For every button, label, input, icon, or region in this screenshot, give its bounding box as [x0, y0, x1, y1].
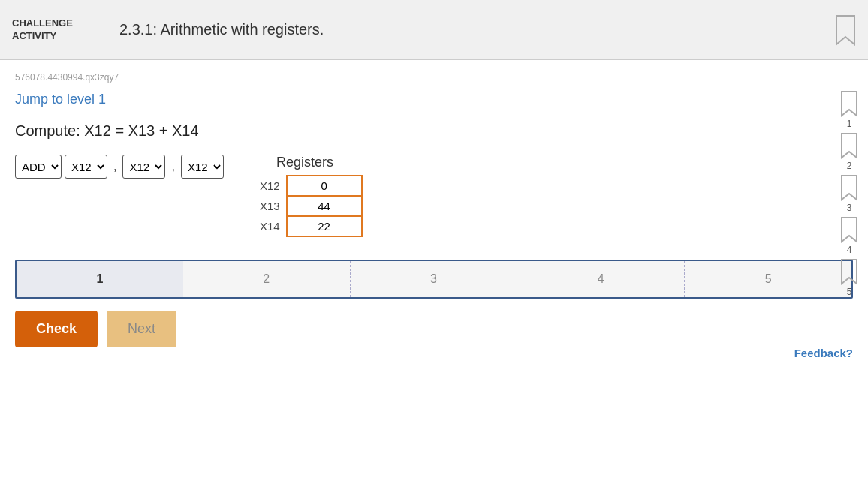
step-item[interactable]: 5 — [685, 261, 851, 297]
sidebar-level-number: 5 — [847, 287, 852, 297]
check-button[interactable]: Check — [15, 311, 98, 347]
register-label: X12 — [254, 176, 287, 196]
register-value: 0 — [287, 176, 362, 196]
sidebar-level-bookmark[interactable]: 2 — [839, 132, 860, 171]
sidebar-level-number: 4 — [847, 245, 852, 255]
register-label: X14 — [254, 216, 287, 236]
instruction-row: ADD SUB MUL X12 X13 X14 , X12 X13 X14 , … — [15, 155, 853, 237]
op-dropdown[interactable]: ADD SUB MUL — [15, 155, 62, 179]
src1-register-dropdown[interactable]: X12 X13 X14 — [122, 155, 165, 179]
jump-to-level-link[interactable]: Jump to level 1 — [15, 92, 106, 107]
step-item[interactable]: 2 — [183, 261, 351, 297]
sidebar-level-bookmark[interactable]: 3 — [839, 174, 860, 213]
src2-register-dropdown[interactable]: X12 X13 X14 — [181, 155, 224, 179]
sidebar-level-number: 2 — [847, 161, 852, 171]
session-id: 576078.4430994.qx3zqy7 — [15, 72, 853, 83]
sidebar-level-bookmark[interactable]: 4 — [839, 216, 860, 255]
register-label: X13 — [254, 196, 287, 216]
registers-table: X12 0 X13 44 X14 22 — [254, 175, 363, 237]
steps-bar: 12345 — [15, 260, 853, 299]
step-item[interactable]: 1 — [17, 261, 183, 297]
header: CHALLENGE ACTIVITY 2.3.1: Arithmetic wit… — [0, 0, 868, 60]
sidebar-level-number: 3 — [847, 203, 852, 213]
problem-statement: Compute: X12 = X13 + X14 — [15, 122, 853, 140]
step-item[interactable]: 3 — [351, 261, 518, 297]
sidebar-level-bookmark[interactable]: 1 — [839, 90, 860, 129]
header-bookmark-icon[interactable] — [830, 11, 860, 49]
header-title: 2.3.1: Arithmetic with registers. — [119, 21, 830, 38]
register-value: 44 — [287, 196, 362, 216]
feedback-link[interactable]: Feedback? — [794, 347, 853, 359]
dest-register-dropdown[interactable]: X12 X13 X14 — [65, 155, 107, 179]
comma-1: , — [113, 160, 116, 173]
register-row: X14 22 — [254, 216, 362, 236]
sidebar-level-bookmark[interactable]: 5 — [839, 258, 860, 297]
register-row: X12 0 — [254, 176, 362, 196]
comma-2: , — [171, 160, 174, 173]
registers-title: Registers — [276, 155, 333, 170]
challenge-activity-label: CHALLENGE ACTIVITY — [12, 17, 95, 43]
sidebar-level-number: 1 — [847, 119, 852, 129]
register-row: X13 44 — [254, 196, 362, 216]
next-button[interactable]: Next — [107, 311, 176, 347]
buttons-row: Check Next — [15, 311, 853, 347]
registers-area: Registers X12 0 X13 44 X14 22 — [254, 155, 363, 237]
dropdowns-area: ADD SUB MUL X12 X13 X14 , X12 X13 X14 , … — [15, 155, 224, 179]
header-divider — [107, 11, 107, 49]
register-value: 22 — [287, 216, 362, 236]
step-item[interactable]: 4 — [517, 261, 685, 297]
main-content: 576078.4430994.qx3zqy7 Jump to level 1 C… — [0, 60, 868, 374]
right-sidebar: 1 2 3 4 5 — [830, 90, 868, 297]
